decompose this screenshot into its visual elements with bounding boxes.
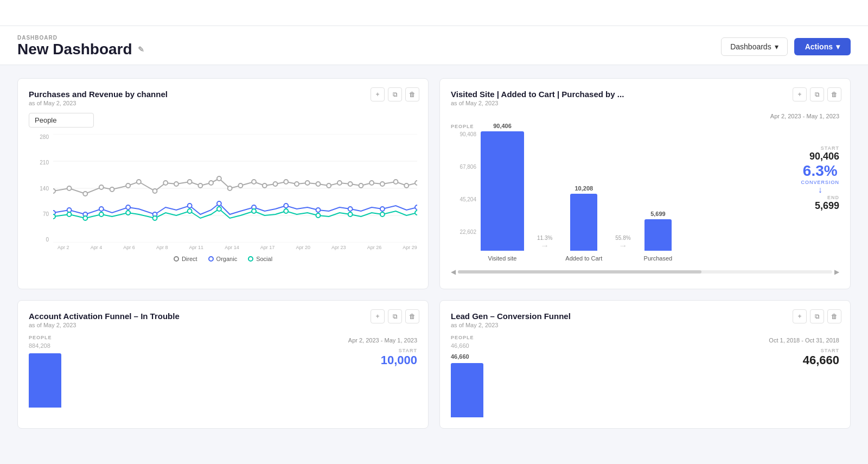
card2-add-button[interactable]: + [793,87,807,101]
purchased-bar: 5,699 Purchased [644,211,673,262]
svg-point-15 [188,180,192,184]
svg-point-23 [273,182,278,186]
page-title: New Dashboard ✎ [17,41,144,58]
card3-title: Account Activation Funnel – In Trouble [29,312,417,321]
x-axis-labels: Apr 2 Apr 4 Apr 6 Apr 8 Apr 11 Apr 14 Ap… [29,245,417,250]
card4-actions: + ⧉ 🗑 [793,309,841,323]
card4-people-label: PEOPLE [451,335,769,340]
svg-point-20 [238,183,242,188]
copy-icon: ⧉ [393,91,398,98]
trash-icon: 🗑 [831,313,838,320]
edit-icon[interactable]: ✎ [138,45,144,54]
svg-point-35 [404,183,409,188]
legend-social: Social [248,256,272,262]
card1-subtitle: as of May 2, 2023 [29,100,417,106]
chart-legend: Direct Organic Social [29,256,417,262]
conversion-stat: 6.3% CONVERSION ↓ [801,162,839,195]
svg-point-61 [316,213,321,218]
copy-icon: ⧉ [815,91,820,98]
line-chart-area: 280 210 140 70 0 [29,134,417,262]
scrollbar-thumb [458,270,701,274]
funnel-right-stats: START 90,406 6.3% CONVERSION ↓ END 5,699 [790,135,839,223]
svg-point-36 [415,181,417,185]
svg-point-64 [415,211,417,215]
actions-button[interactable]: Actions ▾ [794,38,851,55]
svg-point-7 [83,192,87,196]
card1-copy-button[interactable]: ⧉ [388,87,402,101]
top-bar [0,0,868,26]
card4-bar-value-wrapper: 46,660 [451,353,769,361]
card3-y-label: 884,208 [29,342,348,349]
svg-point-58 [217,207,221,211]
header-left: DASHBOARD New Dashboard ✎ [17,35,144,58]
svg-point-48 [348,207,353,211]
card2-subtitle: as of May 2, 2023 [451,100,839,106]
copy-icon: ⧉ [393,313,398,320]
funnel-card: Visited Site | Added to Cart | Purchased… [439,78,851,289]
svg-point-40 [99,207,104,211]
copy-icon: ⧉ [815,313,820,320]
svg-point-49 [380,207,385,211]
svg-point-33 [380,182,385,186]
card4-subtitle: as of May 2, 2023 [451,322,839,328]
svg-point-18 [217,176,221,181]
svg-point-54 [99,212,104,217]
dashboards-button[interactable]: Dashboards ▾ [721,37,788,56]
svg-point-8 [99,185,104,189]
funnel-bars-wrapper: 90,406 Visited site 11.3% → 1 [481,131,790,262]
svg-point-44 [217,201,221,206]
card4-copy-button[interactable]: ⧉ [810,309,824,323]
people-dropdown[interactable]: People Events [29,113,94,128]
svg-point-50 [415,205,417,209]
card3-add-button[interactable]: + [371,309,385,323]
chevron-down-icon: ▾ [775,42,778,51]
card4-add-button[interactable]: + [793,309,807,323]
card3-people-label: PEOPLE [29,335,348,340]
purchases-revenue-card: Purchases and Revenue by channel as of M… [17,78,429,289]
svg-point-24 [284,180,288,184]
card3-subtitle: as of May 2, 2023 [29,322,417,328]
card3-delete-button[interactable]: 🗑 [405,309,419,323]
scrollbar-track[interactable] [458,270,832,274]
card1-add-button[interactable]: + [371,87,385,101]
visited-site-bar: 90,406 Visited site [481,123,524,262]
scrollbar[interactable]: ◀ ▶ [451,266,839,278]
card4-stats: Oct 1, 2018 - Oct 31, 2018 START 46,660 [769,335,839,367]
plus-icon: + [797,91,801,98]
scroll-right-icon[interactable]: ▶ [834,268,839,276]
svg-point-32 [369,181,374,185]
svg-point-17 [209,181,213,185]
card2-title: Visited Site | Added to Cart | Purchased… [451,90,839,99]
svg-point-19 [228,186,232,190]
svg-point-59 [252,209,256,213]
pct-connector-2: 55.8% → [615,235,630,262]
card2-y-labels: 90,408 67,806 45,204 22,602 [451,131,481,262]
card1-delete-button[interactable]: 🗑 [405,87,419,101]
svg-point-41 [126,205,130,209]
svg-point-38 [67,208,72,212]
card3-copy-button[interactable]: ⧉ [388,309,402,323]
svg-point-12 [153,189,157,193]
card2-delete-button[interactable]: 🗑 [827,87,841,101]
card2-date-range: Apr 2, 2023 - May 1, 2023 [451,113,839,119]
svg-point-53 [83,216,87,220]
card4-delete-button[interactable]: 🗑 [827,309,841,323]
svg-point-47 [316,208,321,212]
trash-icon: 🗑 [831,91,838,98]
svg-point-26 [305,181,310,185]
svg-point-21 [252,180,256,184]
scroll-left-icon[interactable]: ◀ [451,268,456,276]
svg-point-14 [174,182,178,186]
svg-point-43 [188,204,192,208]
svg-point-34 [394,180,398,184]
header-right: Dashboards ▾ Actions ▾ [721,37,851,56]
card3-actions: + ⧉ 🗑 [371,309,419,323]
card3-bar [29,353,61,408]
card4-y-label: 46,660 [451,342,769,349]
legend-direct: Direct [174,256,197,262]
card2-copy-button[interactable]: ⧉ [810,87,824,101]
card4-title: Lead Gen – Conversion Funnel [451,312,839,321]
svg-point-62 [348,212,353,217]
added-to-cart-bar: 10,208 Added to Cart [565,185,602,262]
plus-icon: + [375,313,379,320]
